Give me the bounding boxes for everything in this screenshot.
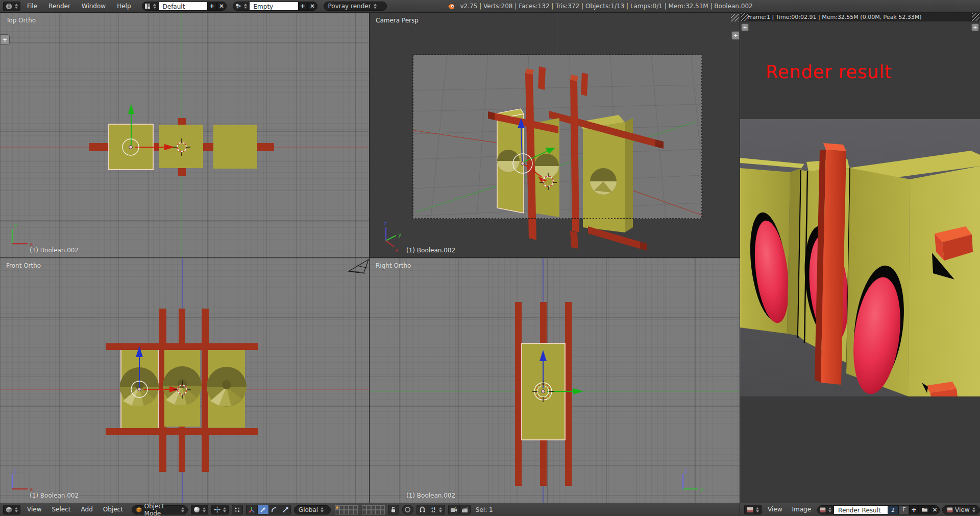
image-datablock: Render Result 2 F + ✕: [817, 505, 940, 514]
svg-text:z: z: [384, 220, 387, 227]
render-engine-select[interactable]: Povray render: [324, 2, 387, 11]
viewport-label: Front Ortho: [6, 262, 41, 269]
manipulator-scale-toggle[interactable]: [280, 505, 291, 514]
proportional-circle-icon: [404, 506, 411, 513]
render-result-image[interactable]: [740, 119, 980, 396]
layout-add-button[interactable]: +: [207, 2, 217, 11]
blender-logo: [446, 2, 455, 10]
lock-to-scene-toggle[interactable]: [388, 505, 399, 514]
viewport-right-ortho[interactable]: y z Right Ortho (1) Boolean.002: [370, 258, 740, 503]
axis-gizmo-camera: z y x: [384, 220, 402, 253]
editor-type-button-info[interactable]: [3, 2, 20, 11]
layers-widget-right[interactable]: [362, 505, 385, 514]
menu-render[interactable]: Render: [44, 0, 75, 13]
area-corner-widget[interactable]: [741, 13, 748, 21]
editor-type-button-3dview[interactable]: [3, 505, 20, 514]
viewport-shading-button[interactable]: [191, 505, 208, 514]
manipulator-center-toggle[interactable]: [232, 505, 243, 514]
updown-arrows: [203, 507, 206, 512]
proportional-edit-toggle[interactable]: [402, 505, 413, 514]
svg-text:x: x: [395, 247, 399, 253]
mode-value: Object Mode: [144, 503, 179, 516]
fake-user-button[interactable]: F: [899, 505, 909, 514]
active-object-label: (1) Boolean.002: [406, 492, 455, 499]
updown-arrows: [244, 4, 247, 9]
scene-name-field[interactable]: Empty: [250, 2, 298, 11]
axis-gizmo-right: y z: [683, 467, 704, 492]
svg-text:z: z: [14, 467, 17, 474]
layout-name-field[interactable]: Default: [159, 2, 207, 11]
viewport-canvas-top[interactable]: x y: [0, 13, 369, 257]
snap-increment-icon: [430, 507, 436, 513]
menu-image[interactable]: Image: [788, 503, 815, 516]
snap-element-button[interactable]: [428, 505, 445, 514]
viewport-canvas-front[interactable]: x z: [0, 258, 369, 503]
scene-add-button[interactable]: +: [298, 2, 308, 11]
view3d-header: View Select Add Object Object Mode: [0, 503, 740, 516]
menu-select[interactable]: Select: [48, 503, 74, 516]
render-status-text: Frame:1 | Time:00:02.91 | Mem:32.55M (0.…: [740, 13, 980, 21]
toolshelf-expand-tab[interactable]: +: [741, 24, 749, 31]
camera-object-wireframe: [349, 260, 369, 273]
updown-arrows: [153, 4, 156, 9]
image-open-button[interactable]: [919, 505, 930, 514]
rendered-red-bar: [815, 143, 846, 385]
updown-arrows: [181, 507, 184, 512]
snap-magnet-toggle[interactable]: [416, 505, 428, 514]
image-browse-button[interactable]: [817, 505, 834, 514]
render-slot-badge[interactable]: 2: [888, 505, 899, 514]
viewport-label: Right Ortho: [376, 262, 411, 269]
layers-widget-left[interactable]: [335, 505, 358, 514]
viewport-camera-persp[interactable]: z y x + Camera Persp (1) Boolean.002: [370, 13, 740, 257]
cone-hole-3: [207, 367, 247, 407]
axes-icon: [248, 506, 255, 513]
pivot-point-button[interactable]: [211, 505, 229, 514]
viewport-top-ortho[interactable]: x y + Top Ortho (1) Boolean.002: [0, 13, 369, 257]
image-name-field[interactable]: Render Result: [834, 505, 888, 514]
opengl-render-still-button[interactable]: [448, 505, 459, 514]
scene-icon: [235, 3, 241, 9]
properties-expand-tab[interactable]: +: [971, 24, 979, 31]
manipulator-axes-toggle[interactable]: [246, 505, 257, 514]
layout-delete-button[interactable]: ✕: [217, 2, 227, 11]
menu-file[interactable]: File: [22, 0, 42, 13]
viewport-canvas-camera[interactable]: z y x: [370, 13, 740, 257]
area-corner-widget[interactable]: [731, 14, 739, 21]
menu-help[interactable]: Help: [112, 0, 135, 13]
image-unlink-button[interactable]: ✕: [930, 505, 940, 514]
menu-view[interactable]: View: [23, 503, 45, 516]
viewport-label: Top Ortho: [6, 17, 36, 24]
mode-select[interactable]: Object Mode: [132, 505, 188, 514]
render-shortcut-group: [448, 505, 471, 514]
3d-view-icon: [6, 506, 12, 513]
layout-browse-button[interactable]: [142, 2, 159, 11]
viewport-front-ortho[interactable]: x z Front Ortho (1) Boolean.002: [0, 258, 369, 503]
updown-arrows: [439, 507, 442, 512]
menu-object[interactable]: Object: [100, 503, 127, 516]
object-mode-icon: [136, 507, 142, 513]
editor-type-button-image[interactable]: [744, 505, 762, 514]
menu-window[interactable]: Window: [77, 0, 110, 13]
menu-view[interactable]: View: [764, 503, 786, 516]
area-corner-widget[interactable]: [972, 13, 979, 21]
image-new-button[interactable]: +: [909, 505, 919, 514]
manipulator-translate-toggle[interactable]: [257, 505, 268, 514]
transform-orientation-select[interactable]: Global: [294, 505, 331, 514]
manipulator-rotate-toggle[interactable]: [268, 505, 280, 514]
updown-arrows: [15, 507, 18, 512]
rotate-arc-icon: [271, 506, 278, 513]
axis-gizmo-front: x z: [12, 467, 33, 492]
properties-expand-tab[interactable]: +: [731, 31, 740, 40]
scene-delete-button[interactable]: ✕: [308, 2, 317, 11]
screen-layout-selector: Default + ✕: [142, 2, 227, 11]
render-view-select[interactable]: View: [942, 505, 980, 514]
toolshelf-expand-tab[interactable]: +: [0, 34, 10, 45]
translate-arrow-icon: [259, 506, 266, 513]
viewport-canvas-right[interactable]: y z: [370, 258, 740, 503]
menu-add[interactable]: Add: [78, 503, 96, 516]
svg-text:y: y: [700, 486, 704, 492]
image-editor-area[interactable]: Frame:1 | Time:00:02.91 | Mem:32.55M (0.…: [740, 13, 980, 503]
orientation-value: Global: [299, 506, 318, 513]
opengl-render-anim-button[interactable]: [459, 505, 471, 514]
scene-browse-button[interactable]: [233, 2, 250, 11]
